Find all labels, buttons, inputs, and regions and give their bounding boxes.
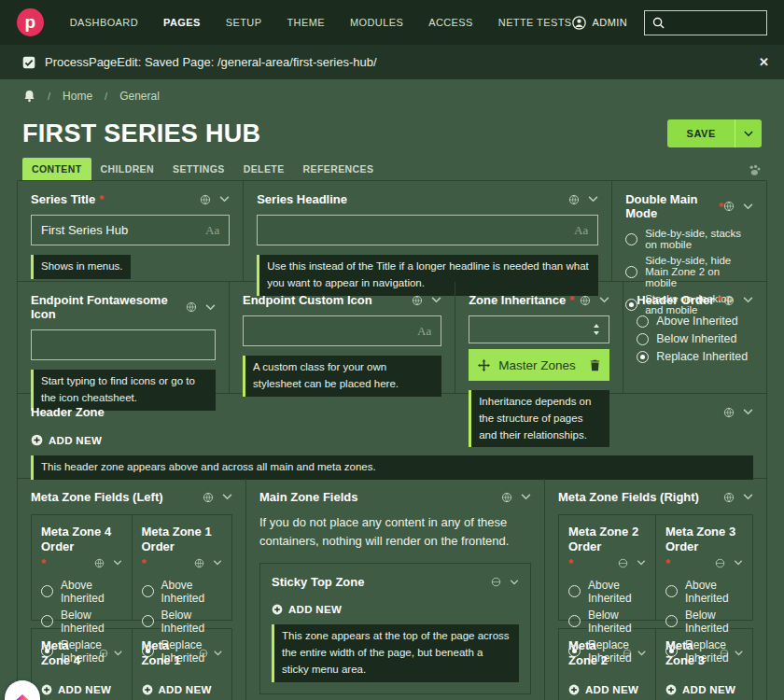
chevron-down-icon[interactable]	[743, 409, 753, 415]
endpoint-custom-input[interactable]	[253, 324, 417, 338]
plus-circle-icon	[31, 434, 43, 446]
chevron-down-icon[interactable]	[588, 196, 598, 203]
admin-user-menu[interactable]: ADMIN	[572, 16, 627, 30]
add-new-button[interactable]: ADD NEW	[142, 684, 223, 695]
column-title: Meta Zone Fields (Left)	[31, 490, 163, 504]
nav-item-setup[interactable]: SETUP	[226, 17, 262, 28]
trash-icon[interactable]	[590, 359, 600, 371]
radio-option[interactable]: Above Inherited	[637, 315, 753, 328]
search-input[interactable]	[670, 16, 754, 29]
required-asterisk: *	[99, 192, 104, 206]
endpoint-fontawesome-input[interactable]	[41, 338, 205, 352]
add-new-button[interactable]: ADD NEW	[41, 684, 122, 695]
tab-delete[interactable]: DELETE	[234, 158, 294, 180]
globe-icon[interactable]	[715, 558, 725, 568]
chevron-down-icon[interactable]	[214, 651, 222, 656]
radio-icon	[568, 615, 581, 627]
save-dropdown-toggle[interactable]	[735, 119, 762, 147]
nav-item-pages[interactable]: PAGES	[163, 17, 201, 28]
series-headline-input[interactable]	[267, 223, 574, 237]
globe-icon[interactable]	[94, 558, 105, 568]
admin-label: ADMIN	[593, 17, 627, 28]
radio-option[interactable]: Side-by-side, stacks on mobile	[625, 228, 753, 250]
globe-icon[interactable]	[618, 558, 628, 568]
radio-icon	[568, 645, 581, 657]
save-button[interactable]: SAVE	[667, 119, 762, 147]
chevron-down-icon[interactable]	[743, 203, 753, 210]
field-zone-inheritance: Zone Inheritance * Master Zones Inherita…	[455, 282, 623, 393]
globe-icon[interactable]	[580, 295, 591, 306]
radio-option[interactable]: Above Inherited	[665, 579, 743, 605]
chevron-down-icon[interactable]	[431, 297, 441, 303]
chevron-down-icon[interactable]	[743, 297, 753, 303]
breadcrumb-general[interactable]: General	[119, 90, 160, 103]
chevron-down-icon[interactable]	[637, 560, 646, 566]
globe-icon[interactable]	[99, 649, 108, 658]
nav-item-theme[interactable]: THEME	[287, 17, 325, 28]
add-new-button[interactable]: ADD NEW	[272, 604, 519, 615]
globe-icon[interactable]	[723, 201, 735, 212]
radio-icon	[625, 299, 637, 311]
globe-icon[interactable]	[186, 301, 197, 313]
chevron-down-icon[interactable]	[735, 651, 743, 656]
processwire-logo-icon[interactable]: p	[17, 8, 44, 36]
close-icon[interactable]: ✕	[759, 55, 769, 69]
globe-icon[interactable]	[203, 492, 214, 503]
radio-icon	[41, 645, 53, 657]
radio-option-selected[interactable]: Replace Inherited	[637, 350, 753, 363]
chevron-down-icon[interactable]	[510, 580, 519, 585]
globe-icon[interactable]	[200, 194, 211, 205]
globe-icon[interactable]	[199, 649, 208, 658]
chevron-down-icon[interactable]	[599, 297, 609, 303]
globe-icon[interactable]	[568, 194, 580, 205]
add-new-button[interactable]: ADD NEW	[568, 684, 646, 695]
notification-message: ProcessPageEdit: Saved Page: /general-ar…	[45, 55, 377, 69]
breadcrumb-home[interactable]: Home	[63, 90, 92, 103]
nav-item-nette-tests[interactable]: NETTE TESTS	[498, 17, 572, 28]
zone-inheritance-select[interactable]	[469, 315, 609, 343]
chevron-down-icon[interactable]	[743, 494, 753, 500]
globe-icon[interactable]	[623, 649, 632, 658]
field-meta-zone-1-order: Meta Zone 1 Order * Above Inherited Belo…	[133, 515, 232, 620]
radio-option[interactable]: Above Inherited	[142, 579, 223, 605]
nav-item-access[interactable]: ACCESS	[428, 17, 473, 28]
required-asterisk: *	[665, 556, 670, 570]
chevron-down-icon[interactable]	[521, 494, 531, 500]
globe-icon[interactable]	[723, 295, 735, 306]
chevron-down-icon[interactable]	[205, 304, 216, 311]
radio-icon	[142, 585, 154, 597]
globe-icon[interactable]	[501, 492, 512, 503]
chevron-down-icon[interactable]	[637, 651, 646, 656]
paw-icon[interactable]	[748, 164, 762, 180]
nav-item-dashboard[interactable]: DASHBOARD	[70, 17, 138, 28]
radio-option[interactable]: Below Inherited	[637, 332, 753, 345]
chevron-down-icon[interactable]	[113, 560, 122, 566]
required-asterisk: *	[142, 556, 147, 570]
chevron-down-icon[interactable]	[219, 196, 230, 203]
radio-option[interactable]: Above Inherited	[568, 579, 646, 605]
zone-inheritance-item[interactable]: Master Zones	[469, 349, 609, 381]
globe-icon[interactable]	[194, 558, 204, 568]
globe-icon[interactable]	[412, 295, 423, 306]
tab-children[interactable]: CHILDREN	[91, 158, 163, 180]
add-new-button[interactable]: ADD NEW	[665, 684, 743, 695]
tab-references[interactable]: REFERENCES	[294, 158, 384, 180]
chevron-down-icon[interactable]	[222, 494, 232, 500]
globe-icon[interactable]	[723, 407, 735, 418]
chevron-down-icon[interactable]	[734, 560, 743, 566]
chevron-down-icon[interactable]	[114, 651, 122, 656]
series-title-input[interactable]	[41, 223, 205, 237]
radio-option[interactable]: Above Inherited	[41, 579, 122, 605]
search-box[interactable]	[644, 10, 767, 35]
move-icon[interactable]	[478, 359, 490, 371]
globe-icon[interactable]	[491, 577, 501, 587]
plus-circle-icon	[665, 684, 677, 695]
tab-settings[interactable]: SETTINGS	[163, 158, 234, 180]
nav-item-modules[interactable]: MODULES	[350, 17, 403, 28]
globe-icon[interactable]	[723, 492, 735, 503]
tab-content[interactable]: CONTENT	[22, 158, 91, 180]
bell-icon[interactable]	[23, 90, 35, 103]
add-new-button[interactable]: ADD NEW	[31, 434, 753, 446]
globe-icon[interactable]	[720, 649, 729, 658]
chevron-down-icon[interactable]	[213, 560, 222, 566]
